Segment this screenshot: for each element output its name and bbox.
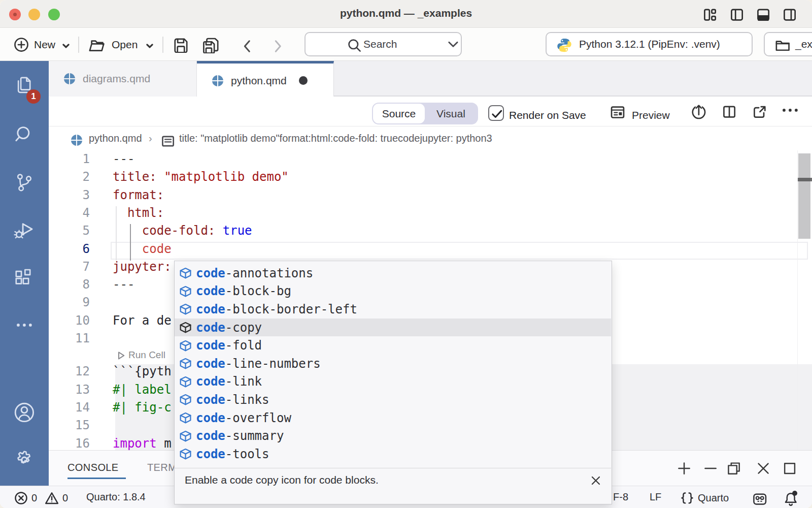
open-folder-icon xyxy=(88,38,106,53)
editor-tabs: diagrams.qmdpython.qmd xyxy=(49,61,812,97)
tab-python.qmd[interactable]: python.qmd xyxy=(197,61,334,98)
status-Quarto[interactable]: Quarto xyxy=(680,491,729,504)
new-button[interactable]: New xyxy=(34,39,55,51)
search-box[interactable]: Search xyxy=(304,32,462,56)
panel-bottom-icon[interactable] xyxy=(756,8,770,22)
breadcrumb-symbol[interactable]: title: "matplotlib demo"format:html:code… xyxy=(179,133,492,144)
tab-label: python.qmd xyxy=(231,75,287,87)
sidebar-left-icon[interactable] xyxy=(730,8,744,22)
suggestion-doc-text: Enable a code copy icon for code blocks. xyxy=(185,474,379,486)
suggestion-doc: Enable a code copy icon for code blocks. xyxy=(175,468,611,504)
suggestion-code-fold[interactable]: code-fold xyxy=(175,336,611,355)
suggestion-code-block-border-left[interactable]: code-block-border-left xyxy=(175,300,611,319)
status-LF[interactable]: LF xyxy=(650,491,661,503)
open-button[interactable]: Open xyxy=(112,39,138,51)
more-actions-icon[interactable] xyxy=(782,108,799,113)
panel-restore-icon[interactable] xyxy=(727,461,741,475)
tab-diagrams.qmd[interactable]: diagrams.qmd xyxy=(49,61,197,97)
workspace-folder-icon xyxy=(775,38,790,52)
code-line: title: "matplotlib demo" xyxy=(113,170,289,184)
search-icon xyxy=(14,125,35,145)
render-on-save-checkbox[interactable] xyxy=(488,105,504,121)
preview-icon[interactable] xyxy=(610,105,625,120)
property-icon xyxy=(179,303,192,315)
suggestion-code-line-numbers[interactable]: code-line-numbers xyxy=(175,355,611,373)
preview-label[interactable]: Preview xyxy=(632,109,670,121)
status-feedback-icon[interactable] xyxy=(752,491,767,506)
suggestion-code-annotations[interactable]: code-annotations xyxy=(175,264,611,282)
sidebar-item-gear[interactable] xyxy=(0,436,49,484)
source-mode-button[interactable]: Source xyxy=(373,104,425,123)
autocomplete-popup: code-annotationscode-block-bgcode-block-… xyxy=(174,261,612,504)
mode-toggle: Source Visual xyxy=(372,103,478,124)
scrollbar-thumb[interactable] xyxy=(798,153,810,239)
close-icon[interactable] xyxy=(590,474,602,487)
open-dropdown-caret-icon[interactable] xyxy=(146,43,154,49)
token: code-fold: xyxy=(142,224,216,238)
interpreter-label: Python 3.12.1 (PipEnv: .venv) xyxy=(579,38,720,50)
token: jupyter: xyxy=(113,260,172,274)
save-all-icon[interactable] xyxy=(202,37,220,53)
status-warning-icon[interactable]: 0 xyxy=(45,491,68,505)
status-bell-icon[interactable] xyxy=(783,491,798,506)
token: --- xyxy=(113,152,134,166)
new-dropdown-caret-icon[interactable] xyxy=(62,43,70,49)
toolbar-separator xyxy=(162,37,163,53)
suggestion-code-summary[interactable]: code-summary xyxy=(175,427,611,445)
sidebar-item-search[interactable] xyxy=(0,111,49,159)
panel-tab-console[interactable]: CONSOLE xyxy=(67,462,119,473)
sidebar-item-source-control[interactable] xyxy=(0,159,49,207)
suggestion-code-tools[interactable]: code-tools xyxy=(175,445,611,463)
suggestion-code-link[interactable]: code-link xyxy=(175,373,611,391)
token: ```{pyth xyxy=(113,364,172,378)
breadcrumb-file[interactable]: python.qmd xyxy=(89,133,142,144)
token: #| label xyxy=(113,383,172,397)
status-text: F-8 xyxy=(613,491,628,503)
back-icon[interactable] xyxy=(242,39,252,54)
sidebar-right-icon[interactable] xyxy=(783,8,797,22)
sidebar-item-run-debug[interactable] xyxy=(0,207,49,255)
suggestion-label: code-copy xyxy=(196,321,262,335)
suggestion-code-block-bg[interactable]: code-block-bg xyxy=(175,282,611,301)
publish-icon[interactable] xyxy=(690,103,707,120)
property-icon xyxy=(179,357,192,370)
token: m xyxy=(157,436,172,451)
code-line: code-fold: true xyxy=(113,224,252,238)
sidebar-item-ellipsis[interactable] xyxy=(0,301,49,349)
status-F-8[interactable]: F-8 xyxy=(613,491,628,503)
code-line: #| fig-c xyxy=(113,400,172,415)
quarto-file-icon xyxy=(70,134,83,147)
property-icon xyxy=(179,393,192,406)
search-dropdown-icon[interactable] xyxy=(447,40,460,49)
sidebar-item-account[interactable] xyxy=(0,389,49,436)
overview-ruler-mark xyxy=(798,178,812,181)
status-error-icon[interactable]: 0 xyxy=(14,491,37,505)
ellipsis-icon xyxy=(16,323,33,328)
quarto-file-icon xyxy=(63,72,76,85)
split-editor-icon[interactable] xyxy=(722,105,736,119)
open-external-icon[interactable] xyxy=(753,105,767,119)
sidebar-item-files[interactable] xyxy=(0,61,49,109)
line-number: 1 xyxy=(49,152,90,166)
panel-close-icon[interactable] xyxy=(756,461,770,475)
suggestion-code-links[interactable]: code-links xyxy=(175,391,611,409)
workspace-selector[interactable]: _ex xyxy=(764,32,812,56)
code-line: --- xyxy=(113,152,134,166)
panel-maximize-icon[interactable] xyxy=(783,461,797,475)
line-number: 5 xyxy=(49,224,90,238)
visual-mode-button[interactable]: Visual xyxy=(425,103,477,124)
panel-minus-icon[interactable] xyxy=(703,461,718,475)
save-icon[interactable] xyxy=(173,37,189,53)
sidebar-item-extensions[interactable] xyxy=(0,255,49,302)
status-Quarto: 1.8.4[interactable]: Quarto: 1.8.4 xyxy=(86,491,146,503)
layout-icon[interactable] xyxy=(703,8,717,22)
status-text: 0 xyxy=(62,492,68,504)
python-logo-icon xyxy=(557,38,572,53)
forward-icon[interactable] xyxy=(273,39,283,54)
suggestion-code-copy[interactable]: code-copy xyxy=(175,319,611,337)
suggestion-code-overflow[interactable]: code-overflow xyxy=(175,409,611,427)
interpreter-selector[interactable]: Python 3.12.1 (PipEnv: .venv) xyxy=(546,32,753,56)
panel-plus-icon[interactable] xyxy=(677,461,691,475)
run-cell-codelens[interactable]: Run Cell xyxy=(116,350,165,361)
status-text: 0 xyxy=(31,492,37,504)
